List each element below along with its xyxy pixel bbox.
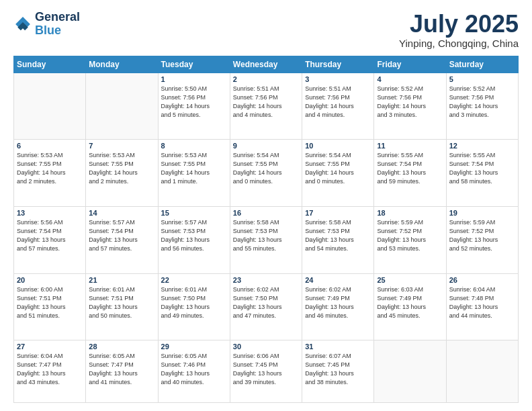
day-info: Sunrise: 5:52 AMSunset: 7:56 PMDaylight:… — [449, 85, 515, 120]
calendar-cell: 17Sunrise: 5:58 AMSunset: 7:53 PMDayligh… — [302, 206, 374, 273]
logo-text: General Blue — [35, 11, 80, 38]
day-info: Sunrise: 5:59 AMSunset: 7:52 PMDaylight:… — [449, 218, 515, 253]
calendar-table: SundayMondayTuesdayWednesdayThursdayFrid… — [13, 56, 519, 403]
title-block: July 2025 Yinping, Chongqing, China — [399, 11, 519, 49]
calendar-cell — [446, 340, 518, 403]
day-info: Sunrise: 6:04 AMSunset: 7:48 PMDaylight:… — [449, 285, 515, 320]
calendar-cell: 18Sunrise: 5:59 AMSunset: 7:52 PMDayligh… — [374, 206, 446, 273]
day-number: 22 — [161, 276, 227, 284]
calendar-cell: 27Sunrise: 6:04 AMSunset: 7:47 PMDayligh… — [14, 340, 86, 403]
day-number: 15 — [161, 209, 227, 217]
day-info: Sunrise: 6:02 AMSunset: 7:50 PMDaylight:… — [233, 285, 299, 320]
day-info: Sunrise: 5:51 AMSunset: 7:56 PMDaylight:… — [233, 85, 299, 120]
week-row-5: 27Sunrise: 6:04 AMSunset: 7:47 PMDayligh… — [14, 340, 519, 403]
page: General Blue July 2025 Yinping, Chongqin… — [0, 0, 532, 411]
day-info: Sunrise: 6:00 AMSunset: 7:51 PMDaylight:… — [17, 285, 83, 320]
day-info: Sunrise: 6:01 AMSunset: 7:50 PMDaylight:… — [161, 285, 227, 320]
day-info: Sunrise: 5:55 AMSunset: 7:54 PMDaylight:… — [377, 151, 443, 186]
calendar-cell: 6Sunrise: 5:53 AMSunset: 7:55 PMDaylight… — [14, 140, 86, 207]
day-info: Sunrise: 5:53 AMSunset: 7:55 PMDaylight:… — [161, 151, 227, 186]
calendar-cell: 4Sunrise: 5:52 AMSunset: 7:56 PMDaylight… — [374, 73, 446, 140]
header: General Blue July 2025 Yinping, Chongqin… — [13, 11, 519, 49]
weekday-header-thursday: Thursday — [302, 56, 374, 73]
calendar-cell: 1Sunrise: 5:50 AMSunset: 7:56 PMDaylight… — [158, 73, 230, 140]
day-number: 9 — [233, 142, 299, 150]
day-info: Sunrise: 5:57 AMSunset: 7:54 PMDaylight:… — [89, 218, 154, 253]
day-number: 6 — [17, 142, 83, 150]
calendar-cell: 7Sunrise: 5:53 AMSunset: 7:55 PMDaylight… — [86, 140, 158, 207]
weekday-header-wednesday: Wednesday — [230, 56, 302, 73]
location-title: Yinping, Chongqing, China — [399, 38, 519, 49]
calendar-cell: 31Sunrise: 6:07 AMSunset: 7:45 PMDayligh… — [302, 340, 374, 403]
day-info: Sunrise: 5:56 AMSunset: 7:54 PMDaylight:… — [17, 218, 83, 253]
day-number: 1 — [161, 75, 227, 83]
calendar-cell: 25Sunrise: 6:03 AMSunset: 7:49 PMDayligh… — [374, 273, 446, 340]
week-row-1: 1Sunrise: 5:50 AMSunset: 7:56 PMDaylight… — [14, 73, 519, 140]
calendar-cell — [374, 340, 446, 403]
calendar-cell: 22Sunrise: 6:01 AMSunset: 7:50 PMDayligh… — [158, 273, 230, 340]
day-number: 2 — [233, 75, 299, 83]
day-number: 27 — [17, 342, 83, 351]
day-info: Sunrise: 5:51 AMSunset: 7:56 PMDaylight:… — [305, 85, 371, 120]
weekday-header-saturday: Saturday — [446, 56, 518, 73]
day-info: Sunrise: 5:54 AMSunset: 7:55 PMDaylight:… — [233, 151, 299, 186]
week-row-3: 13Sunrise: 5:56 AMSunset: 7:54 PMDayligh… — [14, 206, 519, 273]
calendar-cell: 3Sunrise: 5:51 AMSunset: 7:56 PMDaylight… — [302, 73, 374, 140]
day-info: Sunrise: 6:04 AMSunset: 7:47 PMDaylight:… — [17, 352, 83, 387]
day-number: 23 — [233, 276, 299, 284]
calendar-cell: 30Sunrise: 6:06 AMSunset: 7:45 PMDayligh… — [230, 340, 302, 403]
day-number: 17 — [305, 209, 371, 217]
calendar-cell: 14Sunrise: 5:57 AMSunset: 7:54 PMDayligh… — [86, 206, 158, 273]
month-title: July 2025 — [399, 11, 519, 38]
day-info: Sunrise: 5:52 AMSunset: 7:56 PMDaylight:… — [377, 85, 443, 120]
day-info: Sunrise: 5:59 AMSunset: 7:52 PMDaylight:… — [377, 218, 443, 253]
day-number: 18 — [377, 209, 443, 217]
day-number: 10 — [305, 142, 371, 150]
day-info: Sunrise: 5:58 AMSunset: 7:53 PMDaylight:… — [233, 218, 299, 253]
day-number: 13 — [17, 209, 83, 217]
calendar-cell: 24Sunrise: 6:02 AMSunset: 7:49 PMDayligh… — [302, 273, 374, 340]
day-info: Sunrise: 5:54 AMSunset: 7:55 PMDaylight:… — [305, 151, 371, 186]
day-info: Sunrise: 6:05 AMSunset: 7:46 PMDaylight:… — [161, 352, 227, 387]
calendar-cell: 8Sunrise: 5:53 AMSunset: 7:55 PMDaylight… — [158, 140, 230, 207]
calendar-cell: 9Sunrise: 5:54 AMSunset: 7:55 PMDaylight… — [230, 140, 302, 207]
calendar-cell: 29Sunrise: 6:05 AMSunset: 7:46 PMDayligh… — [158, 340, 230, 403]
day-info: Sunrise: 6:05 AMSunset: 7:47 PMDaylight:… — [89, 352, 154, 387]
day-number: 8 — [161, 142, 227, 150]
weekday-header-tuesday: Tuesday — [158, 56, 230, 73]
calendar-cell: 15Sunrise: 5:57 AMSunset: 7:53 PMDayligh… — [158, 206, 230, 273]
calendar-cell: 13Sunrise: 5:56 AMSunset: 7:54 PMDayligh… — [14, 206, 86, 273]
calendar-cell: 11Sunrise: 5:55 AMSunset: 7:54 PMDayligh… — [374, 140, 446, 207]
calendar-cell: 26Sunrise: 6:04 AMSunset: 7:48 PMDayligh… — [446, 273, 518, 340]
calendar-cell: 23Sunrise: 6:02 AMSunset: 7:50 PMDayligh… — [230, 273, 302, 340]
day-number: 4 — [377, 75, 443, 83]
week-row-4: 20Sunrise: 6:00 AMSunset: 7:51 PMDayligh… — [14, 273, 519, 340]
calendar-cell: 10Sunrise: 5:54 AMSunset: 7:55 PMDayligh… — [302, 140, 374, 207]
day-info: Sunrise: 5:55 AMSunset: 7:54 PMDaylight:… — [449, 151, 515, 186]
calendar-cell: 20Sunrise: 6:00 AMSunset: 7:51 PMDayligh… — [14, 273, 86, 340]
day-info: Sunrise: 5:58 AMSunset: 7:53 PMDaylight:… — [305, 218, 371, 253]
day-number: 3 — [305, 75, 371, 83]
day-info: Sunrise: 6:06 AMSunset: 7:45 PMDaylight:… — [233, 352, 299, 387]
day-number: 19 — [449, 209, 515, 217]
day-number: 24 — [305, 276, 371, 284]
weekday-header-sunday: Sunday — [14, 56, 86, 73]
week-row-2: 6Sunrise: 5:53 AMSunset: 7:55 PMDaylight… — [14, 140, 519, 207]
calendar-cell: 21Sunrise: 6:01 AMSunset: 7:51 PMDayligh… — [86, 273, 158, 340]
calendar-cell: 5Sunrise: 5:52 AMSunset: 7:56 PMDaylight… — [446, 73, 518, 140]
day-info: Sunrise: 6:02 AMSunset: 7:49 PMDaylight:… — [305, 285, 371, 320]
calendar-cell: 28Sunrise: 6:05 AMSunset: 7:47 PMDayligh… — [86, 340, 158, 403]
calendar-cell: 16Sunrise: 5:58 AMSunset: 7:53 PMDayligh… — [230, 206, 302, 273]
weekday-header-friday: Friday — [374, 56, 446, 73]
day-number: 12 — [449, 142, 515, 150]
day-number: 31 — [305, 342, 371, 351]
day-number: 16 — [233, 209, 299, 217]
day-info: Sunrise: 5:53 AMSunset: 7:55 PMDaylight:… — [17, 151, 83, 186]
logo: General Blue — [13, 11, 80, 38]
day-number: 5 — [449, 75, 515, 83]
calendar-cell: 2Sunrise: 5:51 AMSunset: 7:56 PMDaylight… — [230, 73, 302, 140]
day-number: 25 — [377, 276, 443, 284]
calendar-cell — [14, 73, 86, 140]
day-number: 26 — [449, 276, 515, 284]
weekday-header-monday: Monday — [86, 56, 158, 73]
